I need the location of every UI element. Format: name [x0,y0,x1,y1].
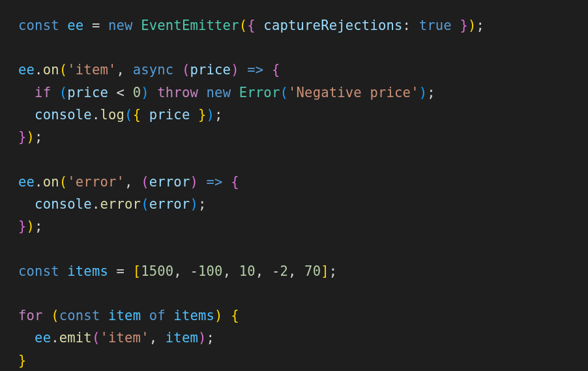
string-negative-price: 'Negative price' [288,85,419,100]
param-error: error [149,174,190,190]
class-error: Error [239,85,280,100]
code-line: } [18,353,27,368]
operator-eq: = [92,18,100,33]
number-1500: 1500 [141,263,173,279]
var-price: price [67,85,108,100]
keyword-new: new [207,85,231,100]
arrow: => [207,174,223,190]
class-eventemitter: EventEmitter [141,18,239,33]
keyword-for: for [18,308,43,323]
code-editor[interactable]: const ee = new EventEmitter({ captureRej… [0,0,588,371]
var-item: item [166,330,198,346]
keyword-if: if [35,85,51,100]
operator-lt: < [117,85,125,100]
code-line: console.error(error); [18,196,207,212]
var-items: items [67,263,108,279]
var-ee: ee [18,174,35,190]
var-console: console [35,107,92,123]
var-item: item [108,308,141,323]
code-line: ee.on('error', (error) => { [18,174,239,190]
number-10: 10 [239,263,256,279]
var-ee: ee [18,62,35,78]
var-error: error [149,196,190,212]
number-zero: 0 [133,85,141,100]
string-item: 'item' [100,330,149,346]
operator-eq: = [117,263,125,279]
code-line: for (const item of items) { [18,308,239,323]
prop-capturerejections: captureRejections [263,18,402,33]
method-emit: emit [59,330,92,346]
var-items: items [173,308,214,323]
code-line: if (price < 0) throw new Error('Negative… [18,85,435,100]
prop-price: price [149,107,190,123]
literal-true: true [419,18,452,33]
keyword-of: of [149,308,166,323]
code-line: }); [18,218,43,234]
method-on: on [43,174,59,190]
keyword-const: const [59,308,100,323]
keyword-const: const [18,263,59,279]
number-2: 2 [280,263,288,279]
number-100: 100 [198,263,223,279]
code-line: const items = [1500, -100, 10, -2, 70]; [18,263,337,279]
keyword-const: const [18,18,59,33]
keyword-async: async [133,62,174,78]
code-line: ee.emit('item', item); [18,330,214,346]
param-price: price [190,62,231,78]
var-ee: ee [67,18,83,33]
keyword-new: new [108,18,133,33]
code-line: }); [18,129,43,145]
keyword-throw: throw [157,85,198,100]
string-error: 'error' [67,174,125,190]
var-console: console [35,196,92,212]
arrow: => [247,62,263,78]
code-line: ee.on('item', async (price) => { [18,62,280,78]
method-error: error [100,196,141,212]
var-ee: ee [35,330,51,346]
code-line: console.log({ price }); [18,107,223,123]
number-70: 70 [304,263,321,279]
code-line: const ee = new EventEmitter({ captureRej… [18,18,484,33]
method-on: on [43,62,59,78]
string-item: 'item' [67,62,116,78]
method-log: log [100,107,125,123]
